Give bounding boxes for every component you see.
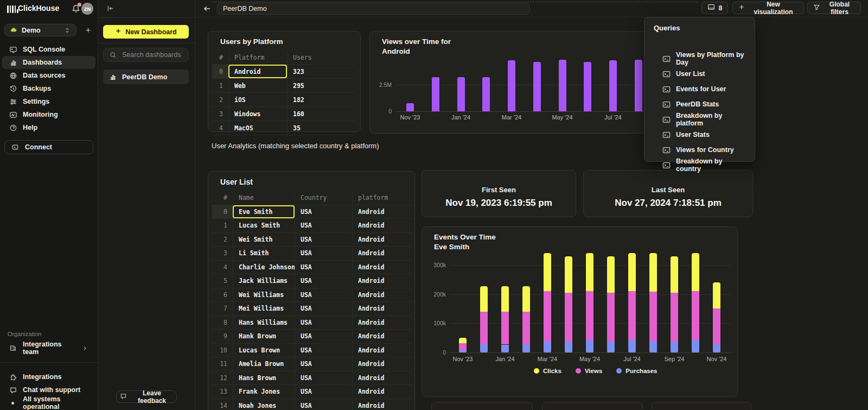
table-row[interactable]: 10Lucas BrownUSAAndroid	[212, 344, 412, 358]
bar-jan-24[interactable]	[457, 77, 465, 111]
sidebar-item-help[interactable]: Help	[2, 121, 95, 134]
table-row[interactable]: 3Windows160	[212, 107, 355, 121]
query-item-events-for-user[interactable]: Events for User	[644, 81, 756, 97]
bar-segment-views-apr-24[interactable]	[565, 293, 572, 341]
table-cell[interactable]: 295	[287, 79, 355, 92]
back-button[interactable]	[202, 3, 213, 14]
table-cell[interactable]: iOS	[228, 93, 287, 106]
query-item-views-by-platform-by-day[interactable]: Views by Platform by Day	[644, 51, 756, 66]
bar-segment-purchases-nov-24[interactable]	[713, 344, 720, 352]
table-cell[interactable]: Hans Williams	[233, 316, 295, 330]
table-row[interactable]: 1Lucas SmithUSAAndroid	[212, 219, 412, 233]
table-cell[interactable]: Wei Williams	[233, 288, 295, 302]
table-cell[interactable]: Android	[352, 371, 412, 385]
bar-segment-clicks-jan-24[interactable]	[501, 286, 509, 312]
row-index-cell[interactable]: 3	[212, 247, 233, 260]
bar-segment-purchases-feb-24[interactable]	[522, 344, 530, 352]
table-cell[interactable]: USA	[295, 247, 352, 260]
bar-segment-views-mar-24[interactable]	[544, 291, 551, 341]
table-cell[interactable]: Charlie Johnson	[233, 261, 295, 274]
table-cell[interactable]: Wei Smith	[233, 233, 295, 247]
table-cell[interactable]: Android	[352, 344, 412, 357]
bar-segment-purchases-aug-24[interactable]	[649, 341, 657, 352]
table-row[interactable]: 8Hans WilliamsUSAAndroid	[212, 316, 412, 330]
table-cell[interactable]: Android	[352, 357, 412, 371]
sidebar-item-monitoring[interactable]: Monitoring	[2, 108, 95, 121]
row-index-cell[interactable]: 11	[212, 357, 233, 371]
bar-dec-23[interactable]	[432, 77, 439, 111]
table-cell[interactable]: USA	[295, 302, 352, 316]
workspace-selector[interactable]: Demo	[4, 24, 76, 36]
connect-button[interactable]: Connect	[4, 140, 93, 154]
bar-segment-clicks-sep-24[interactable]	[671, 256, 678, 293]
user-avatar[interactable]: ZN	[81, 3, 93, 15]
row-index-cell[interactable]: 10	[212, 344, 233, 357]
table-cell[interactable]: USA	[295, 385, 352, 399]
table-row[interactable]: 5Jack WilliamsUSAAndroid	[212, 274, 412, 288]
table-cell[interactable]: 323	[287, 65, 355, 78]
table-cell[interactable]: Android	[352, 385, 412, 399]
table-cell[interactable]: Jack Williams	[233, 274, 295, 288]
table-cell[interactable]: Mei Williams	[233, 302, 295, 316]
row-index-cell[interactable]: 1	[212, 219, 233, 232]
bar-apr-24[interactable]	[533, 62, 541, 111]
bar-segment-clicks-apr-24[interactable]	[565, 256, 572, 293]
row-index-cell[interactable]: 6	[212, 288, 233, 302]
bar-segment-clicks-may-24[interactable]	[586, 253, 593, 291]
bar-segment-clicks-jun-24[interactable]	[607, 256, 615, 293]
bar-segment-purchases-apr-24[interactable]	[565, 342, 572, 352]
dashboard-title-input[interactable]	[217, 3, 530, 15]
query-item-user-list[interactable]: User List	[644, 66, 756, 81]
row-index-cell[interactable]: 4	[212, 121, 228, 135]
sidebar-item-dashboards[interactable]: Dashboards	[2, 56, 95, 69]
table-cell[interactable]: Android	[352, 288, 412, 302]
notifications-bell-icon[interactable]	[71, 4, 81, 14]
new-dashboard-button[interactable]: New Dashboard	[103, 25, 189, 39]
search-dashboards-input[interactable]	[121, 51, 183, 59]
table-cell[interactable]: Eve Smith	[233, 205, 295, 219]
sidebar-item-integrations-team[interactable]: Integrations team	[2, 342, 95, 355]
sidebar-item-integrations[interactable]: Integrations	[0, 370, 98, 383]
bar-segment-views-oct-24[interactable]	[692, 291, 699, 340]
query-item-breakdown-by-platform[interactable]: Breakdown by platform	[644, 112, 756, 127]
bar-feb-24[interactable]	[482, 77, 490, 111]
bar-segment-purchases-oct-24[interactable]	[692, 340, 699, 352]
leave-feedback-button[interactable]: Leave feedback	[116, 390, 177, 403]
search-dashboards-box[interactable]	[103, 48, 189, 62]
bar-segment-clicks-nov-23[interactable]	[459, 338, 467, 343]
table-cell[interactable]: Android	[352, 316, 412, 330]
table-cell[interactable]: Android	[352, 247, 412, 260]
row-index-cell[interactable]: 0	[212, 205, 233, 219]
table-cell[interactable]: Android	[352, 261, 412, 274]
table-cell[interactable]: Hank Brown	[233, 330, 295, 343]
row-index-cell[interactable]: 7	[212, 302, 233, 316]
table-row[interactable]: 9Hank BrownUSAAndroid	[212, 330, 412, 344]
table-cell[interactable]: USA	[295, 371, 352, 385]
table-row[interactable]: 11Amelia BrownUSAAndroid	[212, 357, 412, 371]
table-cell[interactable]: Android	[352, 274, 412, 288]
bar-segment-purchases-dec-23[interactable]	[480, 344, 488, 352]
table-cell[interactable]: Lucas Smith	[233, 219, 295, 232]
table-cell[interactable]: USA	[295, 205, 352, 219]
table-cell[interactable]: MacOS	[228, 121, 287, 135]
query-item-peerdb-stats[interactable]: PeerDB Stats	[644, 97, 756, 112]
bar-aug-24[interactable]	[635, 60, 642, 111]
table-cell[interactable]: USA	[295, 316, 352, 330]
table-row[interactable]: 7Mei WilliamsUSAAndroid	[212, 302, 412, 316]
bar-segment-views-feb-24[interactable]	[522, 312, 530, 344]
row-index-cell[interactable]: 8	[212, 316, 233, 330]
bar-jun-24[interactable]	[584, 62, 591, 111]
table-cell[interactable]: Android	[352, 233, 412, 247]
row-index-cell[interactable]: 4	[212, 261, 233, 274]
table-cell[interactable]: Android	[352, 302, 412, 316]
row-index-cell[interactable]: 1	[212, 79, 228, 92]
sidebar-item-data-sources[interactable]: Data sources	[2, 69, 95, 82]
table-cell[interactable]: USA	[295, 330, 352, 343]
table-row[interactable]: 6Wei WilliamsUSAAndroid	[212, 288, 412, 302]
row-index-cell[interactable]: 0	[212, 65, 228, 78]
table-cell[interactable]: 182	[287, 93, 355, 106]
table-cell[interactable]: USA	[295, 344, 352, 357]
table-cell[interactable]: Web	[228, 79, 287, 92]
table-cell[interactable]: Android	[352, 219, 412, 232]
table-row[interactable]: 4Charlie JohnsonUSAAndroid	[212, 261, 412, 275]
